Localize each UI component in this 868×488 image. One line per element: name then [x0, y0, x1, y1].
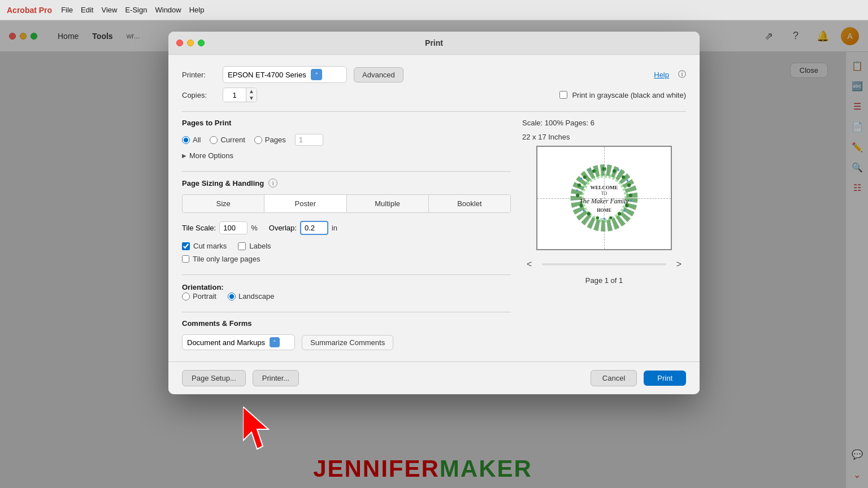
svg-point-5	[622, 175, 625, 178]
dialog-zoom-btn[interactable]	[198, 40, 205, 46]
printer-label: Printer:	[182, 71, 216, 79]
overlap-unit: in	[332, 224, 337, 232]
tile-scale-group: Tile Scale: %	[182, 221, 258, 234]
grayscale-checkbox[interactable]	[559, 91, 567, 99]
overlap-input[interactable]	[300, 221, 328, 235]
overlap-group: Overlap: in	[269, 221, 337, 235]
cut-marks-option: Cut marks	[182, 242, 227, 250]
pages-current-radio[interactable]	[210, 136, 218, 144]
help-circle-icon[interactable]: ⓘ	[678, 69, 686, 80]
svg-point-21	[623, 210, 626, 212]
pages-range-input[interactable]	[295, 134, 323, 146]
comments-dropdown-arrow[interactable]: ⌃	[270, 337, 280, 347]
menu-help[interactable]: Help	[189, 6, 205, 14]
copies-increment-btn[interactable]: ▲	[246, 88, 257, 95]
dialog-body: Printer: EPSON ET-4700 Series ⌃ Advanced…	[168, 55, 700, 361]
dialog-title: Print	[425, 38, 443, 47]
svg-point-17	[592, 169, 596, 173]
svg-point-18	[617, 169, 619, 171]
dialog-minimize-btn[interactable]	[187, 40, 194, 46]
advanced-button[interactable]: Advanced	[354, 67, 403, 82]
copies-label: Copies:	[182, 91, 216, 99]
svg-point-25	[580, 178, 583, 180]
menu-window[interactable]: Window	[155, 6, 181, 14]
preview-area: Scale: 100% Pages: 6 22 x 17 Inches	[522, 119, 686, 285]
tab-size[interactable]: Size	[183, 195, 264, 212]
pages-pages-label: Pages	[265, 136, 286, 144]
more-options[interactable]: ▶ More Options	[182, 151, 511, 160]
tab-poster[interactable]: Poster	[264, 195, 346, 212]
print-button[interactable]: Print	[644, 371, 686, 386]
sizing-section-header: Page Sizing & Handling	[182, 179, 264, 188]
svg-point-26	[589, 169, 591, 171]
svg-point-19	[627, 180, 629, 182]
tile-large-pages-option: Tile only large pages	[182, 255, 511, 263]
svg-point-23	[583, 210, 585, 212]
next-page-btn[interactable]: >	[672, 257, 686, 272]
pages-all-option: All	[182, 136, 201, 144]
comments-header: Comments & Forms	[182, 319, 511, 328]
page-setup-button[interactable]: Page Setup...	[182, 370, 246, 386]
tile-large-pages-label: Tile only large pages	[193, 255, 260, 263]
dialog-close-btn[interactable]	[176, 40, 183, 46]
dialog-overlay: Print Printer: EPSON ET-4700 Series ⌃ Ad…	[0, 20, 868, 488]
menu-edit[interactable]: Edit	[81, 6, 93, 14]
menu-file[interactable]: File	[61, 6, 73, 14]
labels-checkbox[interactable]	[238, 242, 246, 250]
cut-marks-checkbox[interactable]	[182, 242, 190, 250]
tile-large-pages-checkbox[interactable]	[182, 255, 189, 263]
menu-esign[interactable]: E-Sign	[125, 6, 147, 14]
grayscale-label: Print in grayscale (black and white)	[572, 91, 686, 99]
tab-booklet[interactable]: Booklet	[429, 195, 510, 212]
sizing-header: Page Sizing & Handling i	[182, 178, 511, 188]
summarize-button[interactable]: Summarize Comments	[302, 335, 393, 350]
dialog-right: Scale: 100% Pages: 6 22 x 17 Inches	[522, 119, 686, 350]
dialog-main: Pages to Print All Current	[182, 119, 686, 350]
more-options-chevron-icon: ▶	[182, 152, 186, 159]
cancel-button[interactable]: Cancel	[591, 370, 637, 386]
comments-select[interactable]: Document and Markups ⌃	[182, 334, 295, 350]
printer-dropdown-arrow[interactable]: ⌃	[311, 69, 322, 80]
svg-point-9	[618, 212, 621, 215]
tile-scale-input[interactable]	[219, 221, 248, 234]
help-link[interactable]: Help	[654, 71, 669, 79]
prev-page-btn[interactable]: <	[522, 257, 536, 272]
print-dialog: Print Printer: EPSON ET-4700 Series ⌃ Ad…	[168, 32, 700, 394]
cut-marks-label: Cut marks	[193, 242, 227, 250]
orientation-header: Orientation:	[182, 283, 224, 291]
copies-input[interactable]	[223, 89, 246, 101]
page-info: Page 1 of 1	[585, 276, 623, 285]
pages-all-radio[interactable]	[182, 136, 190, 144]
more-options-label: More Options	[189, 151, 233, 160]
svg-point-12	[587, 212, 591, 215]
dialog-traffic-lights	[176, 40, 205, 46]
sizing-info-icon[interactable]: i	[268, 178, 277, 188]
svg-point-11	[596, 216, 599, 219]
svg-point-7	[629, 194, 632, 197]
scale-info: Scale: 100% Pages: 6	[522, 119, 594, 127]
landscape-label: Landscape	[238, 292, 275, 300]
preview-box: WELCOME TO The Maker Family HOME	[536, 146, 672, 250]
dialog-titlebar: Print	[168, 32, 700, 55]
portrait-label: Portrait	[193, 292, 216, 300]
labels-label: Labels	[249, 242, 271, 250]
sizing-section: Page Sizing & Handling i Size Poster Mul…	[182, 178, 511, 263]
portrait-radio[interactable]	[182, 293, 190, 300]
page-nav: < >	[522, 257, 686, 272]
svg-point-16	[583, 175, 587, 178]
app-name[interactable]: Acrobat Pro	[7, 6, 52, 15]
svg-point-6	[627, 184, 631, 187]
printer-button[interactable]: Printer...	[253, 370, 299, 386]
pages-pages-radio[interactable]	[254, 136, 262, 144]
preview-dashed-line-h	[537, 198, 671, 199]
menu-view[interactable]: View	[101, 6, 117, 14]
copies-decrement-btn[interactable]: ▼	[246, 95, 257, 102]
landscape-radio[interactable]	[228, 293, 236, 300]
copies-row: Copies: ▲ ▼ Print in grayscale (black an…	[182, 88, 686, 102]
divider-4	[182, 312, 511, 312]
printer-value: EPSON ET-4700 Series	[228, 71, 306, 79]
pages-options: All Current Pages	[182, 134, 511, 146]
tab-multiple[interactable]: Multiple	[347, 195, 429, 212]
printer-select[interactable]: EPSON ET-4700 Series ⌃	[223, 66, 347, 83]
svg-point-14	[576, 194, 579, 197]
